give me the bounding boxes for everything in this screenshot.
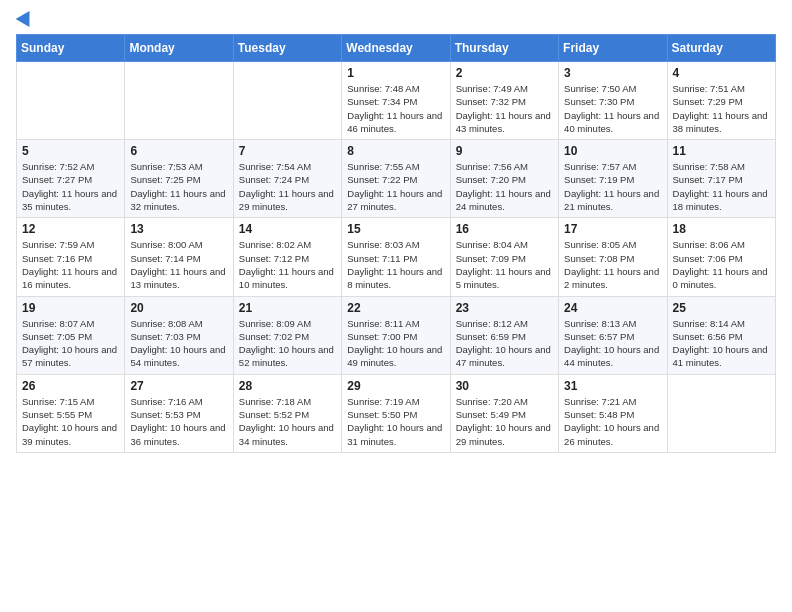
- calendar-cell: 4Sunrise: 7:51 AMSunset: 7:29 PMDaylight…: [667, 62, 775, 140]
- day-number: 11: [673, 144, 770, 158]
- calendar-cell: [125, 62, 233, 140]
- calendar-cell: 24Sunrise: 8:13 AMSunset: 6:57 PMDayligh…: [559, 296, 667, 374]
- day-number: 7: [239, 144, 336, 158]
- day-number: 26: [22, 379, 119, 393]
- day-info: Sunrise: 7:15 AMSunset: 5:55 PMDaylight:…: [22, 395, 119, 448]
- day-number: 25: [673, 301, 770, 315]
- calendar-cell: 8Sunrise: 7:55 AMSunset: 7:22 PMDaylight…: [342, 140, 450, 218]
- day-info: Sunrise: 7:20 AMSunset: 5:49 PMDaylight:…: [456, 395, 553, 448]
- day-info: Sunrise: 7:59 AMSunset: 7:16 PMDaylight:…: [22, 238, 119, 291]
- day-number: 24: [564, 301, 661, 315]
- week-row-2: 5Sunrise: 7:52 AMSunset: 7:27 PMDaylight…: [17, 140, 776, 218]
- calendar-cell: [233, 62, 341, 140]
- day-info: Sunrise: 7:54 AMSunset: 7:24 PMDaylight:…: [239, 160, 336, 213]
- calendar-cell: 9Sunrise: 7:56 AMSunset: 7:20 PMDaylight…: [450, 140, 558, 218]
- day-info: Sunrise: 8:03 AMSunset: 7:11 PMDaylight:…: [347, 238, 444, 291]
- day-number: 4: [673, 66, 770, 80]
- weekday-header-row: SundayMondayTuesdayWednesdayThursdayFrid…: [17, 35, 776, 62]
- weekday-header-thursday: Thursday: [450, 35, 558, 62]
- day-number: 28: [239, 379, 336, 393]
- logo: [16, 10, 34, 26]
- day-number: 5: [22, 144, 119, 158]
- day-info: Sunrise: 7:58 AMSunset: 7:17 PMDaylight:…: [673, 160, 770, 213]
- day-info: Sunrise: 7:57 AMSunset: 7:19 PMDaylight:…: [564, 160, 661, 213]
- calendar-cell: 22Sunrise: 8:11 AMSunset: 7:00 PMDayligh…: [342, 296, 450, 374]
- day-info: Sunrise: 7:16 AMSunset: 5:53 PMDaylight:…: [130, 395, 227, 448]
- day-number: 1: [347, 66, 444, 80]
- day-info: Sunrise: 8:14 AMSunset: 6:56 PMDaylight:…: [673, 317, 770, 370]
- weekday-header-sunday: Sunday: [17, 35, 125, 62]
- calendar-cell: 29Sunrise: 7:19 AMSunset: 5:50 PMDayligh…: [342, 374, 450, 452]
- day-number: 20: [130, 301, 227, 315]
- calendar-cell: 7Sunrise: 7:54 AMSunset: 7:24 PMDaylight…: [233, 140, 341, 218]
- calendar-cell: 26Sunrise: 7:15 AMSunset: 5:55 PMDayligh…: [17, 374, 125, 452]
- day-info: Sunrise: 7:50 AMSunset: 7:30 PMDaylight:…: [564, 82, 661, 135]
- calendar-cell: 20Sunrise: 8:08 AMSunset: 7:03 PMDayligh…: [125, 296, 233, 374]
- day-info: Sunrise: 7:55 AMSunset: 7:22 PMDaylight:…: [347, 160, 444, 213]
- calendar-table: SundayMondayTuesdayWednesdayThursdayFrid…: [16, 34, 776, 453]
- calendar-cell: 19Sunrise: 8:07 AMSunset: 7:05 PMDayligh…: [17, 296, 125, 374]
- day-info: Sunrise: 7:53 AMSunset: 7:25 PMDaylight:…: [130, 160, 227, 213]
- day-number: 3: [564, 66, 661, 80]
- calendar-cell: 12Sunrise: 7:59 AMSunset: 7:16 PMDayligh…: [17, 218, 125, 296]
- header: [16, 10, 776, 26]
- day-number: 19: [22, 301, 119, 315]
- day-number: 21: [239, 301, 336, 315]
- calendar-cell: 3Sunrise: 7:50 AMSunset: 7:30 PMDaylight…: [559, 62, 667, 140]
- day-number: 29: [347, 379, 444, 393]
- day-number: 14: [239, 222, 336, 236]
- day-number: 18: [673, 222, 770, 236]
- day-number: 23: [456, 301, 553, 315]
- day-number: 6: [130, 144, 227, 158]
- weekday-header-saturday: Saturday: [667, 35, 775, 62]
- logo-triangle-icon: [16, 7, 37, 27]
- day-info: Sunrise: 7:48 AMSunset: 7:34 PMDaylight:…: [347, 82, 444, 135]
- week-row-5: 26Sunrise: 7:15 AMSunset: 5:55 PMDayligh…: [17, 374, 776, 452]
- calendar-cell: 1Sunrise: 7:48 AMSunset: 7:34 PMDaylight…: [342, 62, 450, 140]
- calendar-cell: 10Sunrise: 7:57 AMSunset: 7:19 PMDayligh…: [559, 140, 667, 218]
- day-info: Sunrise: 8:08 AMSunset: 7:03 PMDaylight:…: [130, 317, 227, 370]
- day-info: Sunrise: 7:49 AMSunset: 7:32 PMDaylight:…: [456, 82, 553, 135]
- day-info: Sunrise: 8:06 AMSunset: 7:06 PMDaylight:…: [673, 238, 770, 291]
- calendar-cell: 13Sunrise: 8:00 AMSunset: 7:14 PMDayligh…: [125, 218, 233, 296]
- calendar-cell: 15Sunrise: 8:03 AMSunset: 7:11 PMDayligh…: [342, 218, 450, 296]
- calendar-cell: 2Sunrise: 7:49 AMSunset: 7:32 PMDaylight…: [450, 62, 558, 140]
- day-number: 9: [456, 144, 553, 158]
- calendar-cell: 21Sunrise: 8:09 AMSunset: 7:02 PMDayligh…: [233, 296, 341, 374]
- weekday-header-friday: Friday: [559, 35, 667, 62]
- day-number: 13: [130, 222, 227, 236]
- week-row-4: 19Sunrise: 8:07 AMSunset: 7:05 PMDayligh…: [17, 296, 776, 374]
- day-number: 31: [564, 379, 661, 393]
- day-info: Sunrise: 8:12 AMSunset: 6:59 PMDaylight:…: [456, 317, 553, 370]
- day-number: 8: [347, 144, 444, 158]
- calendar-cell: 23Sunrise: 8:12 AMSunset: 6:59 PMDayligh…: [450, 296, 558, 374]
- calendar-cell: 25Sunrise: 8:14 AMSunset: 6:56 PMDayligh…: [667, 296, 775, 374]
- weekday-header-wednesday: Wednesday: [342, 35, 450, 62]
- day-info: Sunrise: 8:13 AMSunset: 6:57 PMDaylight:…: [564, 317, 661, 370]
- day-info: Sunrise: 8:00 AMSunset: 7:14 PMDaylight:…: [130, 238, 227, 291]
- calendar-cell: 28Sunrise: 7:18 AMSunset: 5:52 PMDayligh…: [233, 374, 341, 452]
- day-number: 17: [564, 222, 661, 236]
- calendar-cell: 16Sunrise: 8:04 AMSunset: 7:09 PMDayligh…: [450, 218, 558, 296]
- calendar-cell: 11Sunrise: 7:58 AMSunset: 7:17 PMDayligh…: [667, 140, 775, 218]
- day-number: 12: [22, 222, 119, 236]
- day-info: Sunrise: 8:09 AMSunset: 7:02 PMDaylight:…: [239, 317, 336, 370]
- day-info: Sunrise: 7:56 AMSunset: 7:20 PMDaylight:…: [456, 160, 553, 213]
- calendar-cell: [17, 62, 125, 140]
- day-info: Sunrise: 7:19 AMSunset: 5:50 PMDaylight:…: [347, 395, 444, 448]
- day-info: Sunrise: 7:52 AMSunset: 7:27 PMDaylight:…: [22, 160, 119, 213]
- calendar-cell: 30Sunrise: 7:20 AMSunset: 5:49 PMDayligh…: [450, 374, 558, 452]
- day-info: Sunrise: 8:07 AMSunset: 7:05 PMDaylight:…: [22, 317, 119, 370]
- calendar-cell: 6Sunrise: 7:53 AMSunset: 7:25 PMDaylight…: [125, 140, 233, 218]
- day-info: Sunrise: 7:18 AMSunset: 5:52 PMDaylight:…: [239, 395, 336, 448]
- calendar-cell: 5Sunrise: 7:52 AMSunset: 7:27 PMDaylight…: [17, 140, 125, 218]
- day-number: 27: [130, 379, 227, 393]
- day-number: 16: [456, 222, 553, 236]
- day-info: Sunrise: 8:05 AMSunset: 7:08 PMDaylight:…: [564, 238, 661, 291]
- day-number: 2: [456, 66, 553, 80]
- calendar-cell: 31Sunrise: 7:21 AMSunset: 5:48 PMDayligh…: [559, 374, 667, 452]
- page: SundayMondayTuesdayWednesdayThursdayFrid…: [0, 0, 792, 612]
- weekday-header-monday: Monday: [125, 35, 233, 62]
- day-info: Sunrise: 8:11 AMSunset: 7:00 PMDaylight:…: [347, 317, 444, 370]
- weekday-header-tuesday: Tuesday: [233, 35, 341, 62]
